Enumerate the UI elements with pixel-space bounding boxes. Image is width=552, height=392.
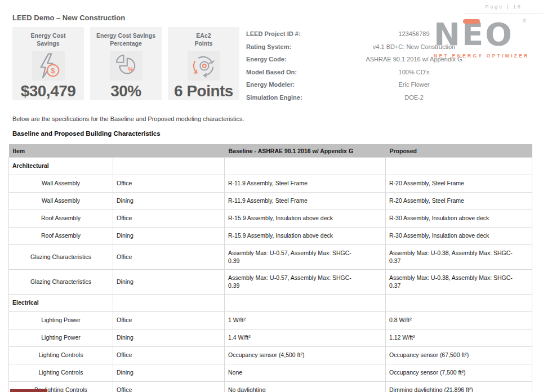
- baseline-cell: Assembly Max: U-0.57, Assembly Max: SHGC…: [225, 270, 386, 295]
- item-cell: Wall Assembly: [9, 175, 113, 193]
- space-cell: Office: [113, 175, 225, 193]
- proposed-text: Assembly Max: U-0.38, Assembly Max: SHGC…: [389, 250, 518, 265]
- proposed-cell: Occupancy sensor (7,500 ft²): [386, 364, 532, 382]
- space-cell: [113, 158, 225, 175]
- info-value: Eric Flower: [330, 81, 498, 88]
- table-row: Wall Assembly Office R-11.9 Assembly, St…: [9, 175, 532, 193]
- info-value: 100% CD’s: [330, 69, 498, 75]
- baseline-text: Assembly Max: U-0.57, Assembly Max: SHGC…: [228, 250, 357, 265]
- baseline-cell: 1.4 W/ft²: [225, 329, 386, 347]
- info-value: DOE-2: [330, 94, 498, 101]
- metric-label: EAc2 Points: [187, 27, 221, 48]
- item-cell: Lighting Controls: [9, 364, 113, 382]
- space-cell: Dining: [113, 329, 225, 347]
- metric-cards: Energy Cost Savings $ $30,479 Energy Cos…: [12, 27, 239, 100]
- metric-label: Energy Cost Savings Percentage: [90, 27, 162, 48]
- svg-text:$: $: [51, 67, 55, 75]
- registered-mark: ®: [522, 19, 528, 24]
- baseline-cell: R-11.9 Assembly, Steel Frame: [225, 175, 386, 193]
- baseline-cell: No daylighting: [225, 382, 386, 392]
- item-cell: Wall Assembly: [9, 193, 113, 210]
- item-cell: Roof Assembly: [9, 210, 113, 228]
- metric-value: 6 Points: [168, 82, 239, 100]
- space-cell: Office: [113, 347, 225, 364]
- baseline-cell: Occupancy sensor (4,500 ft²): [225, 347, 386, 364]
- baseline-cell: R-15.9 Assembly, Insulation above deck: [225, 228, 386, 245]
- svg-text:%: %: [127, 65, 133, 73]
- space-cell: Office: [113, 312, 225, 329]
- header-item: Item: [9, 144, 113, 158]
- intro-text: Below are the specifications for the Bas…: [12, 115, 244, 122]
- baseline-cell: R-15.9 Assembly, Insulation above deck: [225, 210, 386, 228]
- proposed-cell: 1.12 W/ft²: [386, 329, 532, 347]
- table-row: Lighting Power Office 1 W/ft² 0.8 W/ft²: [9, 312, 532, 329]
- proposed-cell: Assembly Max: U-0.38, Assembly Max: SHGC…: [386, 245, 532, 270]
- proposed-cell: Assembly Max: U-0.38, Assembly Max: SHGC…: [386, 270, 532, 295]
- info-label: LEED Project ID #:: [246, 30, 330, 37]
- proposed-cell: Dimming daylighting (21,896 ft²): [386, 382, 532, 392]
- info-label: Energy Modeler:: [246, 81, 330, 88]
- table-header-row: Item Baseline - ASHRAE 90.1 2016 w/ Appe…: [9, 144, 532, 158]
- logo-macron-bar: [463, 19, 480, 24]
- metric-card-eac2-points: EAc2 Points 6 Points: [168, 27, 239, 100]
- header-baseline: Baseline - ASHRAE 90.1 2016 w/ Appendix …: [225, 144, 386, 158]
- space-cell: Office: [113, 245, 225, 270]
- proposed-cell: R-20 Assembly, Steel Frame: [386, 193, 532, 210]
- space-cell: Dining: [113, 228, 225, 245]
- space-cell: Dining: [113, 193, 225, 210]
- space-cell: Office: [113, 382, 225, 392]
- info-label: Energy Code:: [246, 56, 330, 63]
- header-proposed: Proposed: [386, 144, 532, 158]
- table-row: Roof Assembly Dining R-15.9 Assembly, In…: [9, 228, 532, 245]
- table-section-row: Architectural: [9, 158, 532, 175]
- header-space: [113, 144, 225, 158]
- logo-letter-n: N: [434, 16, 462, 52]
- table-row: Roof Assembly Office R-15.9 Assembly, In…: [9, 210, 532, 228]
- table-title: Baseline and Proposed Building Character…: [12, 130, 161, 137]
- table-row: Glazing Characteristics Office Assembly …: [9, 245, 532, 270]
- item-cell: Architectural: [9, 158, 113, 175]
- lightning-dollar-icon: $: [32, 51, 65, 81]
- space-cell: [113, 295, 225, 312]
- table-row: Lighting Controls Dining None Occupancy …: [9, 364, 532, 382]
- proposed-cell: 0.8 W/ft²: [386, 312, 532, 329]
- info-label: Simulation Engine:: [246, 94, 330, 101]
- metric-card-energy-cost-savings: Energy Cost Savings $ $30,479: [12, 27, 84, 100]
- proposed-cell: Occupancy sensor (67,500 ft²): [386, 347, 532, 364]
- proposed-text: Assembly Max: U-0.38, Assembly Max: SHGC…: [389, 274, 518, 289]
- item-cell: Lighting Controls: [9, 347, 113, 364]
- metric-value: $30,479: [12, 82, 84, 100]
- space-cell: Office: [113, 210, 225, 228]
- baseline-text: Assembly Max: U-0.57, Assembly Max: SHGC…: [228, 274, 357, 289]
- proposed-cell: [386, 158, 532, 175]
- baseline-cell: [225, 295, 386, 312]
- metric-label: Energy Cost Savings: [24, 27, 73, 48]
- proposed-cell: R-20 Assembly, Steel Frame: [386, 175, 532, 193]
- table-row: Daylighting Controls Office No daylighti…: [9, 382, 532, 392]
- proposed-cell: [386, 295, 532, 312]
- metric-card-savings-percentage: Energy Cost Savings Percentage % 30%: [90, 27, 162, 100]
- report-page: Page | 16 LEED Demo – New Construction E…: [0, 0, 552, 392]
- item-cell: Lighting Power: [9, 312, 113, 329]
- page-title: LEED Demo – New Construction: [12, 14, 125, 22]
- proposed-cell: R-30 Assembly, Insulation above deck: [386, 210, 532, 228]
- item-cell: Lighting Power: [9, 329, 113, 347]
- neo-logo-tagline: NET ENERGY OPTIMIZER: [434, 53, 533, 59]
- info-label: Rating System:: [246, 43, 330, 50]
- cycle-arrows-icon: [188, 51, 220, 81]
- footer-red-bar: [10, 389, 47, 392]
- item-cell: Electrical: [9, 295, 113, 312]
- baseline-cell: Assembly Max: U-0.57, Assembly Max: SHGC…: [225, 245, 386, 270]
- metric-value: 30%: [90, 82, 162, 100]
- space-cell: Dining: [113, 364, 225, 382]
- page-number: Page | 16: [464, 4, 543, 14]
- proposed-cell: R-30 Assembly, Insulation above deck: [386, 228, 532, 245]
- neo-logo-letters: NEO ®: [434, 18, 533, 51]
- table-row: Lighting Power Dining 1.4 W/ft² 1.12 W/f…: [9, 329, 532, 347]
- baseline-cell: 1 W/ft²: [225, 312, 386, 329]
- characteristics-table: Item Baseline - ASHRAE 90.1 2016 w/ Appe…: [8, 144, 532, 392]
- baseline-cell: R-11.9 Assembly, Steel Frame: [225, 193, 386, 210]
- table-section-row: Electrical: [9, 295, 532, 312]
- table-row: Lighting Controls Office Occupancy senso…: [9, 347, 532, 364]
- pie-percent-icon: %: [110, 51, 143, 81]
